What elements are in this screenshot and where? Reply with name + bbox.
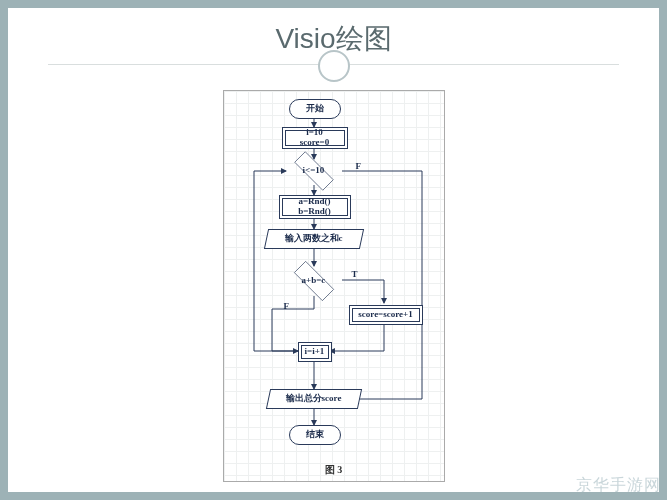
node-cond-loop: i<=10 <box>286 157 342 185</box>
node-end: 结束 <box>289 425 341 445</box>
node-assign-label: a=Rnd() b=Rnd() <box>298 197 331 217</box>
slide-area: Visio绘图 <box>8 8 659 492</box>
node-cond-check: a+b=c <box>286 266 342 296</box>
slide-background: Visio绘图 <box>0 0 667 500</box>
node-assign: a=Rnd() b=Rnd() <box>279 195 351 219</box>
node-init: i=10 score=0 <box>282 127 348 149</box>
edge-label-cond1-false: F <box>356 161 362 171</box>
node-output: 输出总分score <box>268 389 360 409</box>
node-end-label: 结束 <box>306 430 324 440</box>
node-score-inc: score=score+1 <box>349 305 423 325</box>
watermark-text: 京华手游网 <box>576 475 661 496</box>
edge-label-cond2-false: F <box>284 301 290 311</box>
figure-caption: 图 3 <box>224 463 444 477</box>
node-input: 输入两数之和c <box>266 229 362 249</box>
node-input-label: 输入两数之和c <box>285 234 343 244</box>
node-cond-loop-label: i<=10 <box>303 166 325 176</box>
node-score-inc-label: score=score+1 <box>358 310 412 320</box>
title-ornament-circle <box>318 50 350 82</box>
node-start: 开始 <box>289 99 341 119</box>
flowchart-canvas: 开始 i=10 score=0 i<=10 a=Rnd() b=Rnd() 输入… <box>223 90 445 482</box>
node-cond-check-label: a+b=c <box>302 276 326 286</box>
node-incr-label: i=i+1 <box>305 347 325 357</box>
node-start-label: 开始 <box>306 104 324 114</box>
node-output-label: 输出总分score <box>286 394 342 404</box>
node-incr: i=i+1 <box>298 342 332 362</box>
edge-label-cond2-true: T <box>352 269 358 279</box>
node-init-label: i=10 score=0 <box>300 128 329 148</box>
